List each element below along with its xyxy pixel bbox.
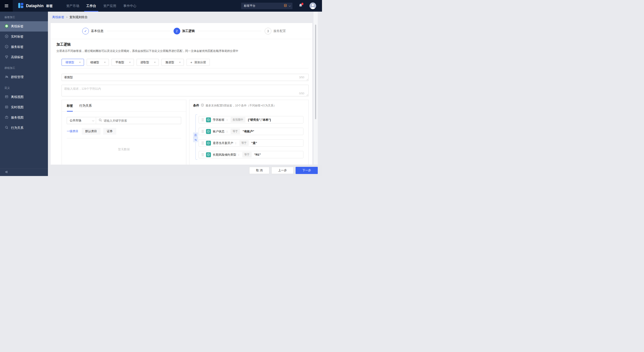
info-icon[interactable]: [201, 104, 204, 108]
sidebar-item-label: 行为关系: [11, 126, 24, 130]
sidebar-item-offline-tag[interactable]: 离线标签: [0, 21, 48, 31]
layer-chip-aggressive[interactable]: 激进型 ×: [162, 59, 184, 66]
workspace-select-value: 标签平台: [244, 4, 284, 8]
layer-form: 谨慎型 × 稳健型 × 平衡型 × 进取型 ×: [62, 59, 308, 170]
topbar: Dataphin 标签 资产市场 工作台 资产应用 事件中心 标签平台: [0, 0, 322, 12]
sidebar-item-service-view[interactable]: 服务视图: [0, 113, 48, 123]
condition-tag-name: 是否当月新开户: [213, 141, 233, 145]
breadcrumb-parent-link[interactable]: 离线标签: [52, 15, 64, 19]
drag-handle-icon[interactable]: [202, 130, 204, 133]
resize-handle[interactable]: [306, 78, 308, 80]
tag-icon: [206, 117, 211, 122]
sidebar-item-label: 高级标签: [11, 55, 24, 59]
product-name: Dataphin: [26, 3, 44, 8]
conditions-hint: 最多支持配置5层嵌套，10个条件（不同标签+行为关系）: [206, 104, 276, 108]
condition-tag-name: 学历标签: [213, 118, 224, 122]
close-icon[interactable]: ×: [104, 61, 106, 64]
sidebar-collapse-button[interactable]: [0, 169, 48, 176]
sidebar-item-advanced-tag[interactable]: 高级标签: [0, 52, 48, 62]
sidebar-item-behavior-relation[interactable]: 行为关系: [0, 123, 48, 133]
layer-name-input[interactable]: [64, 76, 297, 79]
tab-behavior-relation[interactable]: 行为关系: [79, 100, 92, 111]
sidebar-item-service-tag[interactable]: 服务标签: [0, 42, 48, 52]
conditions-panel: 条件 最多支持配置5层嵌套，10个条件（不同标签+行为关系）: [189, 100, 308, 170]
keyword-search: [96, 119, 181, 123]
sidebar-item-offline-view[interactable]: 离线视图: [0, 92, 48, 102]
condition-value: "是": [252, 141, 257, 145]
drag-handle-icon[interactable]: [202, 153, 204, 156]
close-icon[interactable]: ×: [179, 61, 181, 64]
chevron-down-icon: [289, 4, 291, 7]
drag-handle-icon[interactable]: [202, 142, 204, 145]
category-chip-default[interactable]: 默认类目: [82, 128, 100, 135]
add-layer-button[interactable]: + 添加分层: [186, 59, 210, 66]
condition-row[interactable]: 是否当月新开户 ： 等于 "是": [198, 139, 304, 147]
cancel-button[interactable]: 取 消: [249, 167, 270, 174]
resize-handle[interactable]: [306, 94, 308, 96]
condition-value: "有效户": [243, 130, 254, 134]
avatar[interactable]: [310, 2, 316, 9]
condition-operator: 等于: [239, 140, 249, 146]
sidebar-item-group-management[interactable]: 群组管理: [0, 72, 48, 82]
card-body: 加工逻辑 分层表示不同标签值，通过规则圈选可以灵活定义分层规则，系统会按照以下自…: [50, 42, 312, 170]
picker-tab-bar: 标签 行为关系: [62, 100, 186, 112]
sidebar-group-group-processing: 群组加工: [0, 62, 48, 72]
notification-badge: [302, 3, 304, 5]
char-counter: 3/50: [299, 76, 304, 79]
layer-chip-steady[interactable]: 稳健型 ×: [87, 59, 109, 66]
breadcrumb-separator: >: [66, 16, 68, 19]
dataphin-logo-icon: [18, 2, 24, 9]
picker-body: 公共市场: [62, 117, 186, 151]
category-chip-securities[interactable]: 证券: [103, 128, 116, 135]
group-icon: [5, 75, 8, 79]
divider: [67, 138, 181, 139]
menu-button[interactable]: [0, 0, 13, 12]
layer-chip-enterprising[interactable]: 进取型 ×: [136, 59, 159, 66]
scrollbar-thumb[interactable]: [315, 25, 316, 119]
condition-row[interactable]: 学历标签 ： 在范围中 ["研究生","本科"]: [198, 116, 304, 123]
brand: Dataphin 标签: [18, 2, 53, 9]
nav-workbench[interactable]: 工作台: [83, 0, 100, 12]
condition-tree: 且 ⇆ 学历标签 ： 在范围中: [190, 114, 308, 169]
section-description: 分层表示不同标签值，通过规则圈选可以灵活定义分层规则，系统会按照以下自定义分层顺…: [56, 49, 308, 53]
step-process-logic[interactable]: 2 加工逻辑: [174, 28, 195, 34]
nav-event-center[interactable]: 事件中心: [120, 0, 140, 12]
layer-chip-cautious[interactable]: 谨慎型 ×: [62, 59, 84, 66]
collapse-icon: [4, 171, 8, 175]
previous-step-button[interactable]: 上一步: [272, 167, 294, 174]
close-icon[interactable]: ×: [129, 61, 131, 64]
step-basic-info[interactable]: ✓ 基本信息: [82, 28, 104, 34]
nav-asset-market[interactable]: 资产市场: [63, 0, 83, 12]
swap-icon[interactable]: ⇆: [193, 138, 198, 142]
wizard-card: ✓ 基本信息 2 加工逻辑 3 服务配置 加工逻辑 分层表示不同标签值，通过规则…: [50, 23, 312, 176]
search-input[interactable]: [104, 119, 178, 122]
tab-tag[interactable]: 标签: [67, 100, 73, 111]
conditions-title: 条件: [193, 104, 199, 108]
conditions-header: 条件 最多支持配置5层嵌套，10个条件（不同标签+行为关系）: [190, 100, 308, 108]
workspace-select[interactable]: 标签平台: [241, 3, 292, 9]
char-counter: 0/50: [299, 92, 304, 95]
notification-button[interactable]: [298, 3, 303, 8]
layer-desc-input[interactable]: [64, 87, 306, 93]
market-select[interactable]: 公共市场: [67, 117, 96, 124]
step-connector: [107, 31, 170, 31]
next-step-button[interactable]: 下一步: [296, 167, 318, 174]
condition-operator: 等于: [242, 152, 252, 158]
sidebar-item-realtime-view[interactable]: 实时视图: [0, 102, 48, 113]
drag-handle-icon[interactable]: [202, 118, 204, 121]
category-level-label: 一级类目: [67, 129, 78, 133]
layer-chip-balanced[interactable]: 平衡型 ×: [112, 59, 134, 66]
close-icon[interactable]: ×: [79, 61, 81, 64]
close-icon[interactable]: ×: [154, 61, 156, 64]
nav-asset-apps[interactable]: 资产应用: [100, 0, 120, 12]
logic-operator-toggle[interactable]: 且 ⇆: [193, 132, 198, 142]
sidebar-item-realtime-tag[interactable]: 实时标签: [0, 31, 48, 42]
offline-view-icon: [5, 95, 8, 99]
sidebar-group-definition: 定义: [0, 82, 48, 92]
page-title: 加工逻辑: [56, 42, 308, 47]
condition-value: ["研究生","本科"]: [248, 118, 271, 122]
realtime-tag-icon: [5, 34, 8, 39]
condition-row[interactable]: 账户状态 ： 等于 "有效户": [198, 128, 304, 135]
step-service-config[interactable]: 3 服务配置: [265, 28, 286, 34]
condition-row[interactable]: 长期风险倾向类型 ： 等于 "R1": [198, 151, 304, 158]
